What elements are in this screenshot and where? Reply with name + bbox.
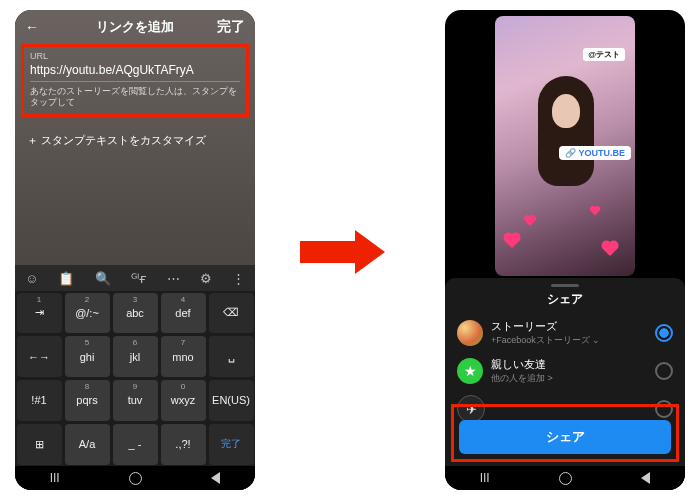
kb-key[interactable]: 6jkl <box>113 336 158 377</box>
sheet-title: シェア <box>445 291 685 308</box>
kb-toolbar-item[interactable]: ⚙ <box>200 271 212 286</box>
kb-key[interactable]: 2@/:~ <box>65 293 110 334</box>
highlight-url-box: URL https://youtu.be/AQgUkTAFryA あなたのストー… <box>21 44 249 117</box>
url-hint: あなたのストーリーズを閲覧した人は、スタンプをタップして <box>30 86 240 108</box>
customize-sticker-button[interactable]: ＋ スタンプテキストをカスタマイズ <box>27 133 243 148</box>
kb-key[interactable]: !#1 <box>17 380 62 421</box>
phone-share-sheet: @テスト 🔗 YOUTU.BE シェア ストーリーズ+Facebookストーリー… <box>445 10 685 490</box>
nav-back[interactable] <box>641 472 650 484</box>
share-option-text: ストーリーズ+Facebookストーリーズ ⌄ <box>491 319 647 347</box>
share-option-row[interactable]: ストーリーズ+Facebookストーリーズ ⌄ <box>445 314 685 352</box>
kb-toolbar-item[interactable]: ⋯ <box>167 271 180 286</box>
header-title: リンクを追加 <box>15 18 255 36</box>
link-sticker[interactable]: 🔗 YOUTU.BE <box>559 146 631 160</box>
sheet-handle[interactable] <box>551 284 579 287</box>
kb-key[interactable]: 4def <box>161 293 206 334</box>
nav-home[interactable] <box>559 472 572 485</box>
header: ← リンクを追加 完了 <box>15 10 255 44</box>
kb-key[interactable]: 7mno <box>161 336 206 377</box>
share-button[interactable]: シェア <box>459 420 671 454</box>
kb-key[interactable]: 5ghi <box>65 336 110 377</box>
nav-home[interactable] <box>129 472 142 485</box>
kb-key[interactable]: .,?! <box>161 424 206 465</box>
nav-recents[interactable]: III <box>50 471 60 485</box>
kb-key[interactable]: ⊞ <box>17 424 62 465</box>
kb-toolbar-item[interactable]: 📋 <box>58 271 74 286</box>
kb-key[interactable]: 1⇥ <box>17 293 62 334</box>
share-option-text: 親しい友達他の人を追加 > <box>491 357 647 385</box>
nav-back[interactable] <box>211 472 220 484</box>
url-label: URL <box>30 51 240 61</box>
kb-key[interactable]: 0wxyz <box>161 380 206 421</box>
android-navbar: III <box>445 466 685 490</box>
flow-arrow <box>300 230 385 274</box>
keyboard-toolbar: ☺📋🔍ᴳᴵғ⋯⚙⋮ <box>15 265 255 291</box>
heart-icon <box>505 234 519 248</box>
heart-icon <box>525 216 535 226</box>
kb-key[interactable]: ⌫ <box>209 293 254 334</box>
kb-toolbar-item[interactable]: ☺ <box>25 271 38 286</box>
share-option-row[interactable]: ★親しい友達他の人を追加 > <box>445 352 685 390</box>
nav-recents[interactable]: III <box>480 471 490 485</box>
android-navbar: III <box>15 466 255 490</box>
share-sheet: シェア ストーリーズ+Facebookストーリーズ ⌄★親しい友達他の人を追加 … <box>445 278 685 466</box>
kb-key[interactable]: ␣ <box>209 336 254 377</box>
url-input[interactable]: https://youtu.be/AQgUkTAFryA <box>30 61 240 82</box>
kb-key[interactable]: A/a <box>65 424 110 465</box>
kb-key[interactable]: EN(US) <box>209 380 254 421</box>
mention-tag[interactable]: @テスト <box>583 48 625 61</box>
kb-toolbar-item[interactable]: ᴳᴵғ <box>131 271 147 286</box>
radio-select[interactable] <box>655 362 673 380</box>
kb-key[interactable]: _ - <box>113 424 158 465</box>
story-preview[interactable]: @テスト 🔗 YOUTU.BE <box>495 16 635 276</box>
kb-key[interactable]: 3abc <box>113 293 158 334</box>
kb-key[interactable]: 8pqrs <box>65 380 110 421</box>
phone-add-link: ← リンクを追加 完了 URL https://youtu.be/AQgUkTA… <box>15 10 255 490</box>
kb-key[interactable]: 完了 <box>209 424 254 465</box>
kb-toolbar-item[interactable]: ⋮ <box>232 271 245 286</box>
kb-key[interactable]: ←→ <box>17 336 62 377</box>
kb-key[interactable]: 9tuv <box>113 380 158 421</box>
close-friends-icon: ★ <box>457 358 483 384</box>
kb-toolbar-item[interactable]: 🔍 <box>95 271 111 286</box>
radio-select[interactable] <box>655 324 673 342</box>
heart-icon <box>603 242 617 256</box>
keyboard: 1⇥2@/:~3abc4def⌫←→5ghi6jkl7mno␣!#18pqrs9… <box>15 291 255 466</box>
story-avatar-icon <box>457 320 483 346</box>
